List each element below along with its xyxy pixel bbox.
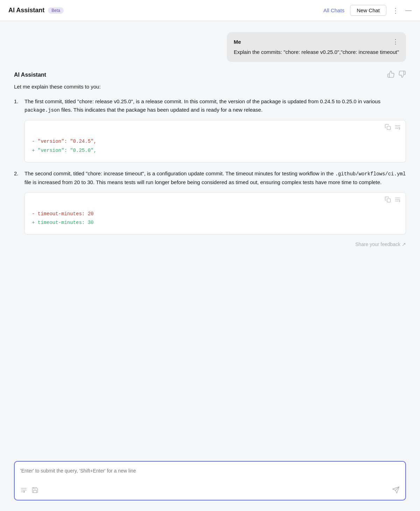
app-header: AI Assistant Beta All Chats New Chat ⋮ — <box>0 0 420 21</box>
user-message-bubble: Me ⋮ Explain the commits: "chore: releas… <box>227 32 406 62</box>
query-input[interactable] <box>20 467 400 482</box>
copy-icon-2[interactable] <box>385 196 391 204</box>
code-block-1: - "version": "0.24.5", + "version": "0.2… <box>24 120 406 162</box>
more-options-icon[interactable]: ⋮ <box>392 6 400 15</box>
beta-badge: Beta <box>48 7 64 14</box>
code-toolbar-1 <box>25 120 406 134</box>
share-feedback-link[interactable]: Share your feedback ↗ <box>355 241 406 247</box>
thumbs-down-icon[interactable] <box>398 70 406 80</box>
copy-icon-1[interactable] <box>385 124 391 132</box>
code-line-removed-2: - timeout-minutes: 20 <box>32 210 399 218</box>
user-message-text: Explain the commits: "chore: release v0.… <box>234 48 399 56</box>
user-message-container: Me ⋮ Explain the commits: "chore: releas… <box>14 32 406 62</box>
diff-icon-2[interactable] <box>394 196 401 204</box>
code-block-2: - timeout-minutes: 20 + timeout-minutes:… <box>24 192 406 234</box>
code-inline-1: package.json <box>24 107 60 113</box>
svg-rect-4 <box>387 198 391 202</box>
code-toolbar-2 <box>25 193 406 206</box>
diff-icon-1[interactable] <box>394 124 401 132</box>
main-content: Me ⋮ Explain the commits: "chore: releas… <box>0 21 420 461</box>
app-title: AI Assistant <box>8 7 44 14</box>
code-inline-2: .github/workflows/ci.yml <box>335 171 406 177</box>
input-area <box>14 461 406 500</box>
code-line-added-2: + timeout-minutes: 30 <box>32 218 399 227</box>
input-toolbar-left <box>20 486 38 495</box>
code-block-content-1: - "version": "0.24.5", + "version": "0.2… <box>25 134 406 162</box>
ai-list-item-1: 1. The first commit, titled "chore: rele… <box>14 97 406 115</box>
ai-list-item-2: 2. The second commit, titled "chore: inc… <box>14 169 406 187</box>
list-text-2: The second commit, titled "chore: increa… <box>24 169 406 187</box>
thumbs-up-icon[interactable] <box>387 70 395 80</box>
list-text-1: The first commit, titled "chore: release… <box>24 97 406 115</box>
input-toolbar <box>20 486 400 496</box>
message-options-icon[interactable]: ⋮ <box>392 38 399 46</box>
code-line-added-1: + "version": "0.25.0", <box>32 146 399 155</box>
ai-response-container: AI Assistant Let me explain these commit… <box>14 70 406 254</box>
prompt-library-icon[interactable] <box>20 486 27 495</box>
share-feedback-container: Share your feedback ↗ <box>14 241 406 247</box>
save-icon[interactable] <box>31 486 38 495</box>
ai-name: AI Assistant <box>14 72 46 78</box>
list-number-2: 2. <box>14 169 21 187</box>
svg-rect-0 <box>387 126 391 130</box>
code-line-removed-1: - "version": "0.24.5", <box>32 137 399 146</box>
user-message-header: Me ⋮ <box>234 38 399 46</box>
header-right: All Chats New Chat ⋮ — <box>323 5 412 16</box>
new-chat-button[interactable]: New Chat <box>350 5 386 16</box>
ai-response-header: AI Assistant <box>14 70 406 80</box>
minimize-icon[interactable]: — <box>405 7 412 14</box>
ai-intro-text: Let me explain these commits to you: <box>14 83 406 91</box>
user-name: Me <box>234 39 241 45</box>
feedback-icons <box>387 70 406 80</box>
list-number-1: 1. <box>14 97 21 115</box>
send-button[interactable] <box>392 486 400 496</box>
all-chats-link[interactable]: All Chats <box>323 7 344 13</box>
code-block-content-2: - timeout-minutes: 20 + timeout-minutes:… <box>25 206 406 234</box>
header-left: AI Assistant Beta <box>8 7 64 14</box>
